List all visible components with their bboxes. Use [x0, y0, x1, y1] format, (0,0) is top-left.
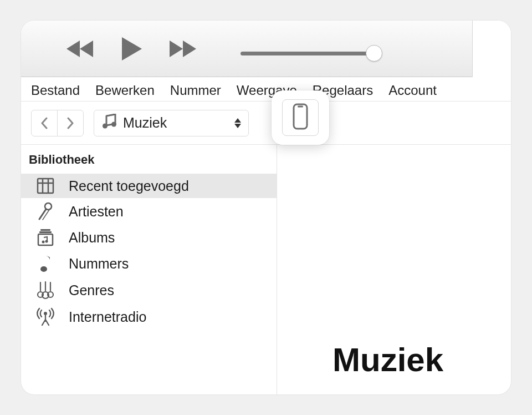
fast-forward-button[interactable]	[168, 41, 197, 57]
svg-rect-11	[38, 234, 53, 245]
sidebar-section-header: Bibliotheek	[21, 145, 277, 174]
menu-nummer[interactable]: Nummer	[170, 83, 221, 98]
svg-rect-10	[39, 231, 52, 233]
svg-rect-9	[40, 229, 50, 231]
note-icon	[34, 254, 57, 273]
svg-point-14	[40, 266, 47, 272]
volume-track	[241, 52, 375, 55]
sidebar-item-label: Recent toegevoegd	[69, 178, 189, 194]
album-icon	[34, 229, 57, 246]
nav-forward-button[interactable]	[57, 110, 84, 136]
sidebar: Bibliotheek Recent toegevoegd Artiesten …	[21, 145, 277, 394]
navigation-toolbar: Muziek	[21, 102, 511, 145]
device-button[interactable]	[282, 99, 319, 136]
sidebar-item-recent[interactable]: Recent toegevoegd	[21, 174, 277, 198]
app-window: Bestand Bewerken Nummer Weergave Regelaa…	[21, 21, 511, 394]
nav-back-button[interactable]	[31, 110, 58, 136]
sidebar-item-label: Nummers	[69, 256, 129, 272]
svg-point-1	[111, 122, 116, 126]
menubar: Bestand Bewerken Nummer Weergave Regelaa…	[21, 77, 511, 102]
updown-stepper-icon	[234, 118, 242, 128]
svg-point-13	[45, 240, 48, 243]
antenna-icon	[34, 307, 57, 326]
main-panel: Muziek	[277, 145, 511, 394]
phone-icon	[292, 103, 309, 132]
library-source-select[interactable]: Muziek	[94, 110, 249, 136]
menu-account[interactable]: Account	[388, 83, 437, 98]
menu-bewerken[interactable]: Bewerken	[95, 83, 155, 98]
sidebar-item-label: Artiesten	[69, 204, 124, 220]
mic-icon	[34, 202, 57, 221]
guitars-icon	[34, 281, 57, 300]
svg-rect-2	[294, 104, 307, 129]
play-button[interactable]	[119, 36, 144, 62]
rewind-button[interactable]	[65, 41, 94, 57]
chevron-right-icon	[66, 117, 74, 129]
now-playing-panel	[472, 21, 511, 77]
page-title: Muziek	[332, 341, 443, 379]
sidebar-item-songs[interactable]: Nummers	[21, 250, 277, 277]
content-area: Bibliotheek Recent toegevoegd Artiesten …	[21, 145, 511, 394]
sidebar-item-label: Genres	[69, 282, 114, 298]
volume-knob[interactable]	[366, 45, 382, 62]
sidebar-item-albums[interactable]: Albums	[21, 225, 277, 250]
menu-bestand[interactable]: Bestand	[31, 83, 80, 98]
library-source-label: Muziek	[123, 115, 167, 131]
playback-controls	[65, 36, 197, 62]
sidebar-item-radio[interactable]: Internetradio	[21, 303, 277, 330]
sidebar-item-genres[interactable]: Genres	[21, 277, 277, 303]
sidebar-item-artists[interactable]: Artiesten	[21, 198, 277, 225]
chevron-left-icon	[40, 117, 48, 129]
svg-rect-3	[298, 106, 303, 108]
svg-rect-4	[38, 179, 53, 193]
sidebar-item-label: Albums	[69, 230, 115, 246]
sidebar-item-label: Internetradio	[69, 309, 146, 325]
device-button-callout	[272, 90, 329, 145]
grid-icon	[34, 178, 57, 194]
svg-point-0	[103, 123, 108, 128]
svg-point-12	[42, 241, 45, 244]
music-icon	[102, 114, 116, 133]
playback-bar	[21, 21, 511, 77]
volume-slider[interactable]	[241, 45, 382, 62]
